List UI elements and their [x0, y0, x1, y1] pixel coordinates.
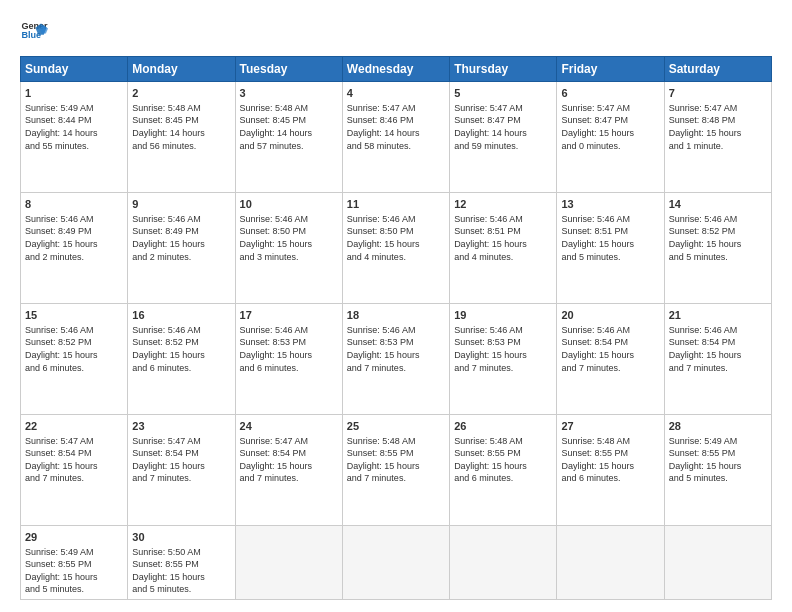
day-cell: 14Sunrise: 5:46 AM Sunset: 8:52 PM Dayli… [664, 192, 771, 303]
day-number: 22 [25, 419, 123, 434]
day-info: Sunrise: 5:47 AM Sunset: 8:48 PM Dayligh… [669, 102, 767, 152]
day-cell: 16Sunrise: 5:46 AM Sunset: 8:52 PM Dayli… [128, 303, 235, 414]
day-cell [235, 525, 342, 599]
day-number: 16 [132, 308, 230, 323]
day-cell: 24Sunrise: 5:47 AM Sunset: 8:54 PM Dayli… [235, 414, 342, 525]
day-info: Sunrise: 5:47 AM Sunset: 8:54 PM Dayligh… [132, 435, 230, 485]
col-header-thursday: Thursday [450, 57, 557, 82]
day-number: 28 [669, 419, 767, 434]
day-number: 1 [25, 86, 123, 101]
day-cell: 8Sunrise: 5:46 AM Sunset: 8:49 PM Daylig… [21, 192, 128, 303]
day-number: 13 [561, 197, 659, 212]
day-number: 19 [454, 308, 552, 323]
day-number: 25 [347, 419, 445, 434]
day-cell: 5Sunrise: 5:47 AM Sunset: 8:47 PM Daylig… [450, 82, 557, 193]
day-cell: 25Sunrise: 5:48 AM Sunset: 8:55 PM Dayli… [342, 414, 449, 525]
week-row-1: 1Sunrise: 5:49 AM Sunset: 8:44 PM Daylig… [21, 82, 772, 193]
day-cell: 4Sunrise: 5:47 AM Sunset: 8:46 PM Daylig… [342, 82, 449, 193]
col-header-tuesday: Tuesday [235, 57, 342, 82]
day-number: 30 [132, 530, 230, 545]
day-info: Sunrise: 5:47 AM Sunset: 8:47 PM Dayligh… [454, 102, 552, 152]
day-info: Sunrise: 5:46 AM Sunset: 8:49 PM Dayligh… [25, 213, 123, 263]
day-number: 14 [669, 197, 767, 212]
day-cell: 3Sunrise: 5:48 AM Sunset: 8:45 PM Daylig… [235, 82, 342, 193]
day-info: Sunrise: 5:46 AM Sunset: 8:49 PM Dayligh… [132, 213, 230, 263]
week-row-4: 22Sunrise: 5:47 AM Sunset: 8:54 PM Dayli… [21, 414, 772, 525]
day-number: 24 [240, 419, 338, 434]
logo-icon: General Blue [20, 18, 48, 46]
day-number: 17 [240, 308, 338, 323]
day-cell: 6Sunrise: 5:47 AM Sunset: 8:47 PM Daylig… [557, 82, 664, 193]
header: General Blue [20, 18, 772, 46]
day-number: 21 [669, 308, 767, 323]
day-cell [450, 525, 557, 599]
day-number: 10 [240, 197, 338, 212]
day-info: Sunrise: 5:50 AM Sunset: 8:55 PM Dayligh… [132, 546, 230, 596]
day-info: Sunrise: 5:47 AM Sunset: 8:47 PM Dayligh… [561, 102, 659, 152]
col-header-sunday: Sunday [21, 57, 128, 82]
day-info: Sunrise: 5:46 AM Sunset: 8:50 PM Dayligh… [347, 213, 445, 263]
day-number: 23 [132, 419, 230, 434]
day-info: Sunrise: 5:49 AM Sunset: 8:44 PM Dayligh… [25, 102, 123, 152]
day-info: Sunrise: 5:46 AM Sunset: 8:52 PM Dayligh… [669, 213, 767, 263]
day-cell: 12Sunrise: 5:46 AM Sunset: 8:51 PM Dayli… [450, 192, 557, 303]
day-number: 6 [561, 86, 659, 101]
day-cell: 2Sunrise: 5:48 AM Sunset: 8:45 PM Daylig… [128, 82, 235, 193]
day-info: Sunrise: 5:46 AM Sunset: 8:50 PM Dayligh… [240, 213, 338, 263]
day-cell: 22Sunrise: 5:47 AM Sunset: 8:54 PM Dayli… [21, 414, 128, 525]
day-info: Sunrise: 5:48 AM Sunset: 8:45 PM Dayligh… [240, 102, 338, 152]
day-info: Sunrise: 5:47 AM Sunset: 8:54 PM Dayligh… [25, 435, 123, 485]
day-number: 2 [132, 86, 230, 101]
day-info: Sunrise: 5:46 AM Sunset: 8:51 PM Dayligh… [454, 213, 552, 263]
week-row-3: 15Sunrise: 5:46 AM Sunset: 8:52 PM Dayli… [21, 303, 772, 414]
day-info: Sunrise: 5:46 AM Sunset: 8:51 PM Dayligh… [561, 213, 659, 263]
day-cell: 23Sunrise: 5:47 AM Sunset: 8:54 PM Dayli… [128, 414, 235, 525]
day-cell: 1Sunrise: 5:49 AM Sunset: 8:44 PM Daylig… [21, 82, 128, 193]
day-cell: 19Sunrise: 5:46 AM Sunset: 8:53 PM Dayli… [450, 303, 557, 414]
day-info: Sunrise: 5:48 AM Sunset: 8:45 PM Dayligh… [132, 102, 230, 152]
day-info: Sunrise: 5:48 AM Sunset: 8:55 PM Dayligh… [454, 435, 552, 485]
day-number: 15 [25, 308, 123, 323]
header-row: SundayMondayTuesdayWednesdayThursdayFrid… [21, 57, 772, 82]
col-header-friday: Friday [557, 57, 664, 82]
col-header-wednesday: Wednesday [342, 57, 449, 82]
day-cell: 11Sunrise: 5:46 AM Sunset: 8:50 PM Dayli… [342, 192, 449, 303]
day-number: 18 [347, 308, 445, 323]
day-number: 9 [132, 197, 230, 212]
page: General Blue SundayMondayTuesdayWednesda… [0, 0, 792, 612]
week-row-2: 8Sunrise: 5:46 AM Sunset: 8:49 PM Daylig… [21, 192, 772, 303]
day-cell: 30Sunrise: 5:50 AM Sunset: 8:55 PM Dayli… [128, 525, 235, 599]
day-cell: 7Sunrise: 5:47 AM Sunset: 8:48 PM Daylig… [664, 82, 771, 193]
day-cell: 18Sunrise: 5:46 AM Sunset: 8:53 PM Dayli… [342, 303, 449, 414]
day-info: Sunrise: 5:46 AM Sunset: 8:52 PM Dayligh… [132, 324, 230, 374]
day-cell: 20Sunrise: 5:46 AM Sunset: 8:54 PM Dayli… [557, 303, 664, 414]
day-number: 27 [561, 419, 659, 434]
day-info: Sunrise: 5:46 AM Sunset: 8:53 PM Dayligh… [454, 324, 552, 374]
day-cell: 26Sunrise: 5:48 AM Sunset: 8:55 PM Dayli… [450, 414, 557, 525]
day-number: 11 [347, 197, 445, 212]
day-info: Sunrise: 5:46 AM Sunset: 8:54 PM Dayligh… [561, 324, 659, 374]
day-cell: 9Sunrise: 5:46 AM Sunset: 8:49 PM Daylig… [128, 192, 235, 303]
day-cell: 28Sunrise: 5:49 AM Sunset: 8:55 PM Dayli… [664, 414, 771, 525]
day-number: 4 [347, 86, 445, 101]
day-number: 7 [669, 86, 767, 101]
day-cell: 17Sunrise: 5:46 AM Sunset: 8:53 PM Dayli… [235, 303, 342, 414]
day-cell: 29Sunrise: 5:49 AM Sunset: 8:55 PM Dayli… [21, 525, 128, 599]
day-info: Sunrise: 5:46 AM Sunset: 8:54 PM Dayligh… [669, 324, 767, 374]
day-info: Sunrise: 5:48 AM Sunset: 8:55 PM Dayligh… [347, 435, 445, 485]
day-cell [557, 525, 664, 599]
col-header-monday: Monday [128, 57, 235, 82]
day-info: Sunrise: 5:48 AM Sunset: 8:55 PM Dayligh… [561, 435, 659, 485]
day-info: Sunrise: 5:46 AM Sunset: 8:52 PM Dayligh… [25, 324, 123, 374]
day-number: 26 [454, 419, 552, 434]
day-info: Sunrise: 5:47 AM Sunset: 8:46 PM Dayligh… [347, 102, 445, 152]
week-row-5: 29Sunrise: 5:49 AM Sunset: 8:55 PM Dayli… [21, 525, 772, 599]
calendar-table: SundayMondayTuesdayWednesdayThursdayFrid… [20, 56, 772, 600]
day-cell: 27Sunrise: 5:48 AM Sunset: 8:55 PM Dayli… [557, 414, 664, 525]
day-number: 8 [25, 197, 123, 212]
day-number: 12 [454, 197, 552, 212]
day-info: Sunrise: 5:46 AM Sunset: 8:53 PM Dayligh… [240, 324, 338, 374]
day-cell [342, 525, 449, 599]
day-number: 20 [561, 308, 659, 323]
day-cell [664, 525, 771, 599]
